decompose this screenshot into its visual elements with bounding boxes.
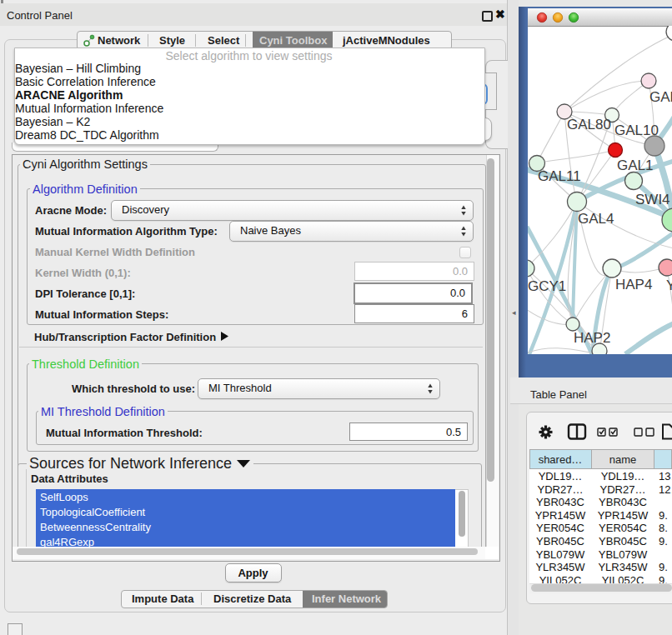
svg-text:HAP2: HAP2 (574, 330, 610, 346)
svg-text:GAL4: GAL4 (578, 211, 614, 227)
svg-text:GAL1: GAL1 (617, 158, 653, 173)
svg-text:Y: Y (666, 278, 672, 293)
svg-text:GAL7: GAL7 (649, 89, 672, 105)
svg-text:GAL10: GAL10 (614, 122, 659, 138)
svg-text:GAL80: GAL80 (567, 117, 611, 132)
svg-text:HAP4: HAP4 (615, 277, 652, 292)
svg-text:SWI4: SWI4 (635, 192, 670, 208)
svg-text:GCY1: GCY1 (528, 278, 566, 294)
svg-text:GAL11: GAL11 (538, 168, 581, 184)
